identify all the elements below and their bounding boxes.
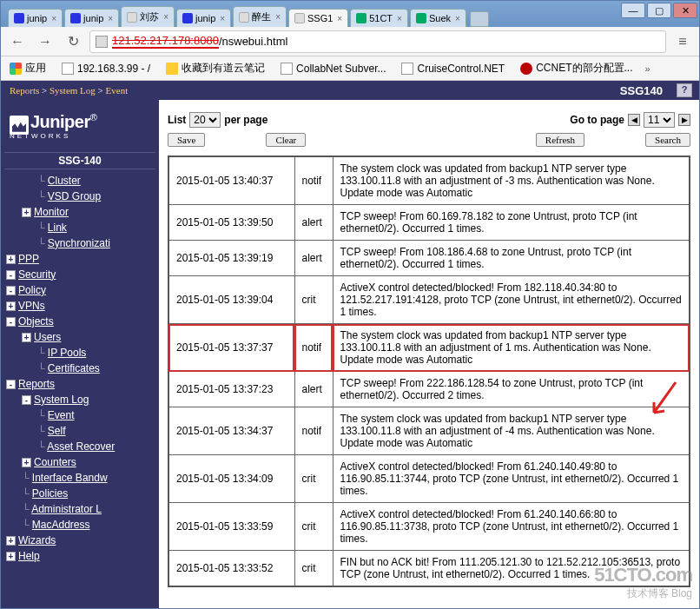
back-button[interactable]: ← bbox=[6, 30, 29, 53]
maximize-button[interactable]: ▢ bbox=[647, 3, 671, 18]
browser-tab[interactable]: 51CT× bbox=[350, 9, 408, 27]
tree-node[interactable]: └ IP Pools bbox=[4, 345, 155, 361]
bookmark-item[interactable]: CruiseControl.NET bbox=[398, 59, 508, 77]
tree-toggle-icon[interactable]: + bbox=[6, 255, 16, 264]
tree-node[interactable]: └ Cluster bbox=[4, 173, 155, 189]
tab-close-icon[interactable]: × bbox=[275, 12, 281, 22]
tree-node[interactable]: -Policy bbox=[4, 282, 155, 298]
tree-node[interactable]: +Counters bbox=[4, 454, 155, 470]
tree-toggle-icon[interactable]: + bbox=[22, 458, 31, 467]
tree-link[interactable]: Self bbox=[48, 425, 66, 437]
url-input[interactable]: 121.52.217.178:8080/nswebui.html bbox=[89, 30, 666, 53]
browser-tab[interactable]: junip× bbox=[176, 9, 231, 27]
tree-toggle-icon[interactable]: + bbox=[22, 208, 31, 217]
tree-link[interactable]: Policies bbox=[32, 487, 68, 500]
page-prev-button[interactable]: ◀ bbox=[628, 114, 640, 126]
bookmark-item[interactable]: CCNET的部分配置... bbox=[517, 59, 636, 77]
tree-toggle-icon[interactable]: + bbox=[6, 536, 16, 546]
browser-tab[interactable]: junip× bbox=[8, 9, 63, 27]
tree-link[interactable]: Synchronizati bbox=[48, 237, 110, 249]
tree-node[interactable]: └ Policies bbox=[4, 486, 155, 501]
bookmark-item[interactable]: 收藏到有道云笔记 bbox=[162, 59, 268, 77]
tree-node[interactable]: └ VSD Group bbox=[4, 189, 155, 204]
tree-node[interactable]: └ Administrator L bbox=[4, 501, 155, 517]
browser-tab[interactable]: SSG1× bbox=[288, 9, 348, 27]
tree-link[interactable]: IP Pools bbox=[48, 347, 86, 359]
tree-link[interactable]: Objects bbox=[18, 315, 54, 328]
tree-link[interactable]: Administrator L bbox=[31, 503, 102, 515]
tree-link[interactable]: Monitor bbox=[34, 206, 69, 218]
browser-tab[interactable]: junip× bbox=[64, 9, 119, 27]
tree-link[interactable]: Cluster bbox=[48, 175, 81, 187]
tree-link[interactable]: Event bbox=[48, 409, 75, 421]
tree-link[interactable]: Help bbox=[18, 550, 40, 562]
tree-node[interactable]: -System Log bbox=[4, 392, 155, 407]
apps-shortcut[interactable]: 应用 bbox=[6, 59, 50, 77]
tree-node[interactable]: └ Asset Recover bbox=[4, 439, 155, 454]
tab-close-icon[interactable]: × bbox=[455, 14, 460, 23]
close-window-button[interactable]: ✕ bbox=[673, 3, 697, 18]
browser-tab[interactable]: 醉生× bbox=[233, 6, 287, 27]
breadcrumb-systemlog[interactable]: System Log bbox=[50, 85, 96, 96]
tree-link[interactable]: System Log bbox=[34, 394, 89, 406]
minimize-button[interactable]: — bbox=[621, 3, 645, 18]
tree-toggle-icon[interactable]: + bbox=[22, 333, 31, 342]
tree-toggle-icon[interactable]: + bbox=[6, 552, 16, 561]
refresh-button[interactable]: Refresh bbox=[536, 133, 584, 147]
bookmark-item[interactable]: CollabNet Subver... bbox=[277, 59, 389, 77]
tree-node[interactable]: └ MacAddress bbox=[4, 517, 155, 533]
tree-node[interactable]: -Objects bbox=[4, 314, 155, 329]
tree-node[interactable]: +Monitor bbox=[4, 204, 155, 220]
tab-close-icon[interactable]: × bbox=[397, 14, 402, 23]
page-next-button[interactable]: ▶ bbox=[678, 114, 690, 126]
tab-close-icon[interactable]: × bbox=[337, 14, 342, 23]
save-button[interactable]: Save bbox=[168, 133, 205, 147]
tree-toggle-icon[interactable]: - bbox=[6, 380, 16, 389]
tree-node[interactable]: +VPNs bbox=[4, 298, 155, 314]
breadcrumb-reports[interactable]: Reports bbox=[10, 85, 39, 96]
tree-node[interactable]: └ Certificates bbox=[4, 361, 155, 376]
tree-node[interactable]: └ Self bbox=[4, 423, 155, 439]
tree-link[interactable]: PPP bbox=[18, 253, 39, 265]
tree-link[interactable]: VSD Group bbox=[48, 190, 101, 202]
tree-toggle-icon[interactable]: - bbox=[6, 286, 16, 295]
tree-toggle-icon[interactable]: + bbox=[6, 301, 16, 311]
new-tab-button[interactable] bbox=[470, 11, 489, 27]
clear-button[interactable]: Clear bbox=[266, 133, 306, 147]
tree-link[interactable]: Reports bbox=[18, 378, 55, 390]
tree-node[interactable]: └ Synchronizati bbox=[4, 235, 155, 251]
tree-link[interactable]: Users bbox=[34, 331, 61, 343]
tree-link[interactable]: Wizards bbox=[18, 534, 56, 546]
tree-node[interactable]: -Reports bbox=[4, 376, 155, 392]
tree-link[interactable]: MacAddress bbox=[32, 519, 90, 531]
search-button[interactable]: Search bbox=[645, 133, 690, 147]
tree-link[interactable]: Link bbox=[48, 222, 67, 234]
tree-node[interactable]: └ Interface Bandw bbox=[4, 470, 155, 486]
page-select[interactable]: 11 bbox=[644, 112, 675, 128]
tree-node[interactable]: -Security bbox=[4, 267, 155, 282]
tab-close-icon[interactable]: × bbox=[220, 14, 225, 23]
tree-node[interactable]: +Help bbox=[4, 548, 155, 564]
tab-close-icon[interactable]: × bbox=[51, 14, 56, 23]
browser-tab[interactable]: Suek× bbox=[410, 9, 466, 27]
tree-node[interactable]: +Users bbox=[4, 329, 155, 345]
per-page-select[interactable]: 20 bbox=[189, 112, 221, 128]
tree-node[interactable]: └ Link bbox=[4, 220, 155, 235]
reload-button[interactable]: ↻ bbox=[62, 30, 84, 53]
chrome-menu-button[interactable]: ≡ bbox=[671, 30, 694, 53]
tree-toggle-icon[interactable]: - bbox=[6, 317, 16, 327]
tree-node[interactable]: +PPP bbox=[4, 251, 155, 267]
tab-close-icon[interactable]: × bbox=[163, 12, 168, 22]
bookmarks-overflow[interactable]: » bbox=[645, 63, 650, 74]
tree-link[interactable]: Certificates bbox=[48, 362, 100, 374]
help-button[interactable]: ? bbox=[677, 83, 692, 97]
tree-node[interactable]: +Wizards bbox=[4, 533, 155, 548]
tree-link[interactable]: Interface Bandw bbox=[32, 472, 108, 484]
forward-button[interactable]: → bbox=[34, 30, 56, 53]
tree-node[interactable]: └ Event bbox=[4, 407, 155, 423]
tree-toggle-icon[interactable]: - bbox=[6, 270, 16, 280]
bookmark-item[interactable]: 192.168.3.99 - / bbox=[58, 59, 154, 77]
tree-toggle-icon[interactable]: - bbox=[22, 395, 31, 405]
tree-link[interactable]: Security bbox=[18, 268, 56, 281]
tree-link[interactable]: VPNs bbox=[18, 300, 45, 312]
